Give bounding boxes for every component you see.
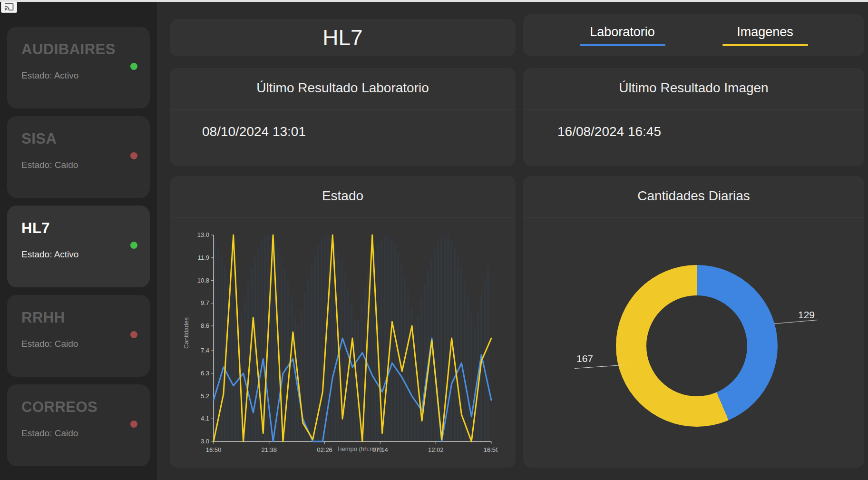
divider bbox=[523, 109, 864, 109]
title-card: HL7 bbox=[170, 19, 516, 56]
service-status: Estado: Caido bbox=[21, 339, 78, 349]
donut-hole bbox=[646, 295, 747, 396]
svg-text:9.7: 9.7 bbox=[201, 299, 209, 306]
dashboard-root: AUDIBAIRES Estado: Activo SISA Estado: C… bbox=[0, 0, 868, 480]
tab-laboratorio[interactable]: Laboratorio bbox=[580, 25, 665, 46]
daily-quantities-card: Cantidades Diarias 129 167 bbox=[523, 176, 864, 468]
last-lab-result-card: Último Resultado Laboratorio 08/10/2024 … bbox=[170, 68, 516, 166]
tab-underline bbox=[722, 44, 808, 46]
tab-label: Laboratorio bbox=[590, 25, 655, 39]
status-dot bbox=[130, 152, 137, 159]
donut-label-blue: 129 bbox=[798, 309, 815, 321]
page-title: HL7 bbox=[322, 25, 362, 50]
divider bbox=[170, 109, 516, 109]
sidebar-item-hl7[interactable]: HL7 Estado: Activo bbox=[7, 206, 150, 287]
x-axis-label: Tiempo (hh:mm) bbox=[203, 445, 516, 452]
cast-icon-glyph bbox=[4, 3, 14, 11]
svg-text:10.8: 10.8 bbox=[197, 277, 209, 284]
card-title: Cantidades Diarias bbox=[523, 176, 864, 204]
last-image-result-card: Último Resultado Imagen 16/08/2024 16:45 bbox=[523, 68, 864, 166]
svg-text:6.3: 6.3 bbox=[201, 370, 209, 377]
leader-line-167 bbox=[575, 365, 625, 369]
svg-text:4.1: 4.1 bbox=[201, 415, 209, 422]
svg-text:7.4: 7.4 bbox=[201, 347, 209, 354]
status-dot bbox=[130, 242, 137, 249]
svg-text:11.9: 11.9 bbox=[198, 254, 209, 261]
divider bbox=[523, 217, 864, 217]
service-name: AUDIBAIRES bbox=[21, 41, 116, 58]
donut-label-yellow: 167 bbox=[576, 353, 593, 364]
service-status: Estado: Caido bbox=[21, 160, 78, 170]
svg-text:13.0: 13.0 bbox=[197, 231, 209, 238]
divider bbox=[170, 217, 516, 217]
last-image-result-value: 16/08/2024 16:45 bbox=[557, 124, 661, 139]
line-chart: 13.011.910.89.78.67.46.35.24.13.016:5021… bbox=[184, 228, 498, 466]
card-title: Último Resultado Imagen bbox=[523, 68, 864, 96]
tab-label: Imagenes bbox=[737, 25, 793, 39]
card-title: Estado bbox=[170, 176, 516, 204]
status-dot bbox=[130, 421, 137, 428]
card-title: Último Resultado Laboratorio bbox=[170, 68, 516, 96]
service-status: Estado: Caido bbox=[21, 428, 78, 439]
status-dot bbox=[130, 331, 137, 338]
last-lab-result-value: 08/10/2024 13:01 bbox=[202, 124, 306, 139]
tabs-card: Laboratorio Imagenes bbox=[523, 14, 864, 56]
sidebar-item-audibaires[interactable]: AUDIBAIRES Estado: Activo bbox=[7, 27, 150, 108]
service-status: Estado: Activo bbox=[21, 70, 78, 81]
sidebar-item-rrhh[interactable]: RRHH Estado: Caido bbox=[7, 295, 150, 377]
tab-underline bbox=[580, 44, 665, 46]
sidebar-item-sisa[interactable]: SISA Estado: Caido bbox=[7, 116, 150, 198]
window-top-edge bbox=[0, 0, 868, 2]
sidebar: AUDIBAIRES Estado: Activo SISA Estado: C… bbox=[0, 0, 157, 480]
tab-imagenes[interactable]: Imagenes bbox=[722, 25, 808, 46]
estado-chart-card: Estado Cantidades 13.011.910.89.78.67.46… bbox=[170, 176, 516, 468]
service-name: SISA bbox=[21, 130, 57, 147]
sidebar-item-correos[interactable]: CORREOS Estado: Caido bbox=[7, 384, 150, 466]
service-status: Estado: Activo bbox=[21, 249, 78, 260]
svg-text:5.2: 5.2 bbox=[201, 392, 209, 400]
status-dot bbox=[130, 63, 137, 70]
service-name: HL7 bbox=[21, 220, 50, 237]
donut-chart bbox=[616, 265, 778, 427]
cast-icon[interactable] bbox=[1, 1, 17, 13]
svg-text:3.0: 3.0 bbox=[201, 438, 209, 445]
svg-text:8.6: 8.6 bbox=[201, 322, 209, 329]
service-name: CORREOS bbox=[21, 399, 98, 416]
service-name: RRHH bbox=[21, 309, 65, 326]
